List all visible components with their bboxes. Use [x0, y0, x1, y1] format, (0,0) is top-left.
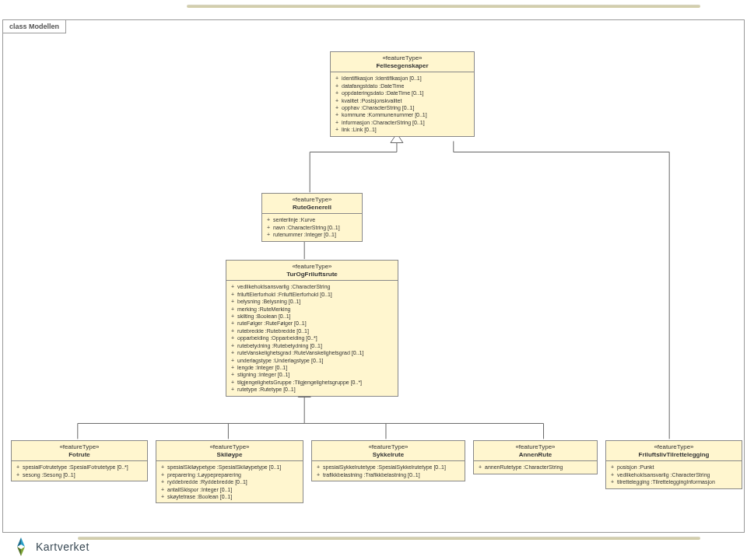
class-attributes: + spesialFotrutetype :SpesialFotrutetype…	[12, 461, 147, 481]
attr-text: vedlikeholdsansvarlig :CharacterString	[617, 472, 710, 478]
class-name: Fellesegenskaper	[335, 62, 469, 70]
attr-text: identifikasjon :Identifikasjon [0..1]	[342, 75, 422, 81]
class-annenrute: «featureType» AnnenRute + annenRutetype …	[473, 440, 598, 474]
attr-text: kvalitet :Posisjonskvalitet	[342, 98, 402, 103]
attr-text: rutebredde :Rutebredde [0..1]	[237, 328, 309, 334]
class-fellesegenskaper: «featureType» Fellesegenskaper + identif…	[330, 51, 475, 137]
svg-marker-0	[21, 537, 25, 547]
class-header: «featureType» TurOgFriluftsrute	[226, 261, 398, 281]
attr-text: ruteFølger :RuteFølger [0..1]	[237, 320, 307, 326]
svg-marker-2	[21, 547, 25, 556]
attr-text: trafikkbelastning :Trafikkbelastning [0.…	[323, 472, 420, 478]
attr-text: tilrettelegging :TilretteleggingInformas…	[617, 479, 715, 485]
diagram-frame: class Modellen «featureType» Fellesegens…	[2, 19, 745, 533]
decorative-rule-top	[187, 5, 700, 8]
attr-text: posisjon :Punkt	[617, 464, 654, 470]
attr-text: kommune :Kommunenummer [0..1]	[342, 112, 427, 117]
attr-text: skøytetrase :Boolean [0..1]	[167, 494, 232, 499]
class-fotrute: «featureType» Fotrute + spesialFotrutety…	[11, 440, 148, 481]
class-header: «featureType» AnnenRute	[474, 441, 597, 461]
class-attributes: + senterlinje :Kurve + navn :CharacterSt…	[262, 214, 362, 240]
attr-text: opparbeiding :Opparbeiding [0..*]	[237, 335, 317, 341]
class-attributes: + posisjon :Punkt + vedlikeholdsansvarli…	[606, 461, 742, 488]
attr-text: rutebetydning :Rutebetydning [0..1]	[237, 343, 322, 348]
attr-text: senterlinje :Kurve	[273, 217, 315, 222]
stereotype-label: «featureType»	[317, 443, 460, 451]
attr-text: opphav :CharacterString [0..1]	[342, 105, 414, 110]
class-attributes: + identifikasjon :Identifikasjon [0..1] …	[331, 72, 474, 136]
class-header: «featureType» Fellesegenskaper	[331, 52, 474, 72]
attr-text: tilgjengelighetsGruppe :Tilgjengelighets…	[237, 380, 362, 385]
stereotype-label: «featureType»	[479, 443, 592, 451]
class-rutegenerell: «featureType» RuteGenerell + senterlinje…	[261, 193, 363, 242]
decorative-rule-bottom	[78, 537, 700, 540]
attr-text: rutenummer :Integer [0..1]	[273, 232, 336, 237]
attr-text: merking :RuteMerking	[237, 306, 290, 312]
attr-text: preparering :Løypepreparering	[167, 472, 241, 478]
attr-text: skilting :Boolean [0..1]	[237, 313, 291, 319]
stereotype-label: «featureType»	[231, 263, 393, 271]
class-friluftslivtilrettelegging: «featureType» FriluftslivTilrettelegging…	[605, 440, 742, 489]
attr-text: spesialSykkelrutetype :SpesialSykkelrute…	[323, 464, 446, 470]
attr-text: link :Link [0..1]	[342, 127, 377, 132]
logo: Kartverket	[11, 537, 89, 557]
class-sykkelrute: «featureType» Sykkelrute + spesialSykkel…	[311, 440, 465, 481]
stereotype-label: «featureType»	[335, 54, 469, 62]
class-header: «featureType» FriluftslivTilrettelegging	[606, 441, 742, 461]
class-name: AnnenRute	[479, 451, 592, 459]
attr-text: underlagstype :Underlagstype [0..1]	[237, 358, 324, 363]
attr-text: datafangstdato :DateTime	[342, 83, 404, 89]
class-attributes: + spesialSkiløypetype :SpesialSkiløypety…	[156, 461, 303, 502]
class-name: Fotrute	[16, 451, 142, 459]
diagram-frame-label: class Modellen	[2, 19, 66, 33]
class-skiloype: «featureType» Skiløype + spesialSkiløype…	[156, 440, 303, 503]
attr-text: oppdateringsdato :DateTime [0..1]	[342, 90, 424, 96]
compass-icon	[11, 537, 31, 557]
stereotype-label: «featureType»	[611, 443, 737, 451]
attr-text: sesong :Sesong [0..1]	[23, 472, 75, 478]
class-name: Skiløype	[161, 451, 298, 459]
class-name: TurOgFriluftsrute	[231, 271, 393, 278]
class-header: «featureType» Fotrute	[12, 441, 147, 461]
class-turogfriluftsrute: «featureType» TurOgFriluftsrute + vedlik…	[226, 260, 398, 397]
attr-text: annenRutetype :CharacterString	[485, 464, 563, 470]
attr-text: lengde :Integer [0..1]	[237, 365, 287, 370]
attr-text: spesialFotrutetype :SpesialFotrutetype […	[23, 464, 128, 470]
class-header: «featureType» Skiløype	[156, 441, 303, 461]
svg-marker-1	[17, 537, 21, 547]
attr-text: ruteVanskelighetsgrad :RuteVanskelighets…	[237, 350, 363, 355]
class-header: «featureType» RuteGenerell	[262, 194, 362, 214]
attr-text: informasjon :CharacterString [0..1]	[342, 120, 425, 125]
logo-text: Kartverket	[36, 541, 89, 553]
class-name: FriluftslivTilrettelegging	[611, 451, 737, 459]
svg-marker-3	[17, 547, 21, 556]
attr-text: stigning :Integer [0..1]	[237, 372, 289, 377]
stereotype-label: «featureType»	[267, 196, 357, 204]
attr-text: ryddebredde :Ryddebredde [0..1]	[167, 479, 247, 485]
class-name: Sykkelrute	[317, 451, 460, 459]
class-name: RuteGenerell	[267, 204, 357, 212]
stereotype-label: «featureType»	[16, 443, 142, 451]
stereotype-label: «featureType»	[161, 443, 298, 451]
class-attributes: + spesialSykkelrutetype :SpesialSykkelru…	[312, 461, 465, 481]
attr-text: spesialSkiløypetype :SpesialSkiløypetype…	[167, 464, 281, 470]
attr-text: friluftEierforhold :FriluftEierforhold […	[237, 292, 332, 297]
attr-text: vedlikeholdsansvarlig :CharacterString	[237, 284, 330, 289]
class-header: «featureType» Sykkelrute	[312, 441, 465, 461]
class-attributes: + vedlikeholdsansvarlig :CharacterString…	[226, 281, 398, 396]
attr-text: rutetype :Rutetype [0..1]	[237, 387, 296, 392]
class-attributes: + annenRutetype :CharacterString	[474, 461, 597, 473]
attr-text: antallSkispor :Integer [0..1]	[167, 487, 232, 492]
attr-text: belysning :Belysning [0..1]	[237, 299, 300, 304]
attr-text: navn :CharacterString [0..1]	[273, 225, 340, 230]
